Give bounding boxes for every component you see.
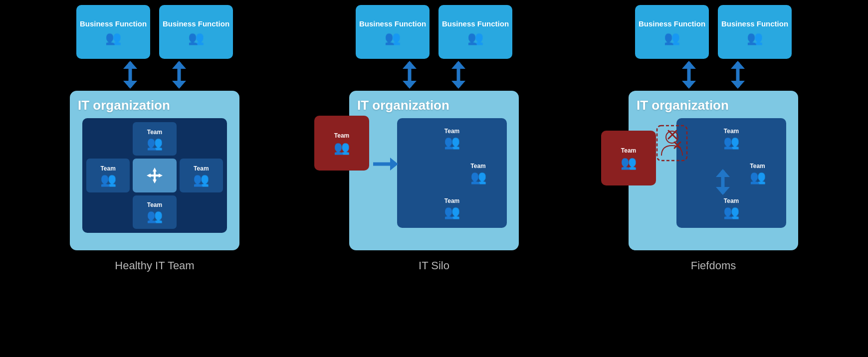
fiefdoms-arrow-container (713, 168, 732, 198)
svg-marker-24 (682, 81, 696, 89)
arrows-healthy (121, 60, 189, 90)
people-team-bottom: 👥 (147, 209, 163, 222)
cell-empty-3 (86, 195, 130, 229)
people-fiefdoms-right: 👥 (750, 171, 766, 183)
bf-row-silo: Business Function 👥 Business Function 👥 (356, 5, 512, 59)
people-silo-ext: 👥 (334, 141, 350, 154)
arrow-svg-fiefdoms-1 (679, 60, 698, 90)
it-org-title-fiefdoms: IT organization (637, 98, 729, 113)
bf-box-silo-1: Business Function 👥 (356, 5, 430, 59)
fiefdoms-arrow-right (713, 168, 732, 196)
silo-team-top-label: Team (444, 128, 459, 135)
fiefdoms-barrier-svg (654, 123, 689, 163)
svg-marker-35 (716, 169, 730, 177)
fiefdoms-team-top: Team 👥 (680, 122, 782, 154)
bf-label-silo-1: Business Function (359, 19, 426, 28)
fiefdoms-external-team: Team 👥 (601, 131, 656, 185)
team-label-bottom: Team (147, 201, 162, 208)
bf-label-fiefdoms-1: Business Function (639, 19, 705, 28)
people-icon-fiefdoms-1: 👥 (664, 31, 680, 44)
svg-marker-27 (731, 81, 745, 89)
people-icon-silo-2: 👥 (467, 31, 483, 44)
team-label-top: Team (147, 129, 162, 136)
arrow-svg-fiefdoms-2 (728, 60, 747, 90)
it-org-title-healthy: IT organization (78, 98, 170, 113)
people-icon-2: 👥 (188, 31, 204, 44)
cell-move-center (133, 159, 176, 192)
people-icon-fiefdoms-2: 👥 (747, 31, 763, 44)
silo-ext-team-label: Team (334, 132, 349, 139)
arrow-silo-2 (449, 60, 468, 90)
arrow-svg-2 (170, 60, 189, 90)
people-icon-silo-1: 👥 (385, 31, 401, 44)
svg-marker-18 (451, 61, 465, 69)
team-label-right: Team (194, 165, 209, 172)
fiefdoms-x-marks (654, 123, 689, 163)
people-fiefdoms-top: 👥 (723, 136, 739, 149)
svg-marker-26 (731, 61, 745, 69)
arrows-silo (400, 60, 468, 90)
svg-marker-7 (172, 81, 186, 89)
bf-row-healthy: Business Function 👥 Business Function 👥 (76, 5, 233, 59)
it-org-silo: IT organization Team 👥 Team 👥 (349, 91, 519, 250)
fiefdoms-team-right: Team 👥 (733, 157, 782, 189)
page-container: Business Function 👥 Business Function 👥 (0, 0, 868, 357)
svg-marker-16 (403, 81, 417, 89)
people-team-top: 👥 (147, 137, 163, 150)
cell-team-bottom: Team 👥 (133, 195, 176, 229)
diagram-fiefdoms: Business Function 👥 Business Function 👥 (584, 5, 843, 272)
people-icon-1: 👥 (105, 31, 121, 44)
people-fiefdoms-bottom: 👥 (723, 205, 739, 218)
healthy-cluster: Team 👥 Team 👥 (82, 118, 227, 233)
svg-marker-21 (390, 158, 398, 171)
fiefdoms-team-top-label: Team (724, 128, 739, 135)
svg-marker-4 (123, 81, 137, 89)
svg-marker-23 (682, 61, 696, 69)
people-silo-bottom: 👥 (444, 205, 460, 218)
svg-marker-19 (451, 81, 465, 89)
silo-teams-cluster: Team 👥 Team 👥 Team 👥 (397, 118, 507, 228)
bf-label-2: Business Function (163, 19, 229, 28)
silo-external-team: Team 👥 (314, 116, 369, 171)
people-silo-top: 👥 (444, 136, 460, 149)
bf-box-fiefdoms-2: Business Function 👥 (718, 5, 792, 59)
svg-marker-36 (716, 187, 730, 195)
bf-label-1: Business Function (80, 19, 147, 28)
arrow-fiefdoms-1 (679, 60, 698, 90)
caption-fiefdoms: Fiefdoms (691, 259, 736, 272)
silo-team-top: Team 👥 (401, 122, 503, 154)
it-org-title-silo: IT organization (357, 98, 449, 113)
diagram-healthy: Business Function 👥 Business Function 👥 (25, 5, 284, 272)
bf-row-fiefdoms: Business Function 👥 Business Function 👥 (635, 5, 792, 59)
arrows-fiefdoms (679, 60, 747, 90)
fiefdoms-team-right-label: Team (750, 163, 765, 170)
diagram-silo: Business Function 👥 Business Function 👥 (304, 5, 564, 272)
arrow-silo-1 (400, 60, 419, 90)
silo-team-bottom: Team 👥 (401, 192, 503, 224)
silo-team-bottom-label: Team (444, 197, 459, 204)
bf-box-silo-2: Business Function 👥 (438, 5, 512, 59)
fiefdoms-ext-team-label: Team (621, 147, 636, 154)
team-label-left: Team (100, 165, 115, 172)
silo-cluster-container: Team 👥 Team 👥 Team 👥 (397, 118, 507, 228)
it-org-fiefdoms: IT organization Team 👥 (629, 91, 798, 250)
silo-arrow-container (371, 155, 399, 176)
people-fiefdoms-ext: 👥 (621, 156, 637, 169)
move-icon (146, 167, 164, 184)
arrow-svg-silo-2 (449, 60, 468, 90)
arrow-svg-1 (121, 60, 140, 90)
svg-point-29 (666, 131, 678, 143)
svg-rect-13 (148, 175, 161, 177)
cell-empty-1 (86, 122, 130, 156)
cell-empty-2 (180, 122, 223, 156)
it-org-healthy: IT organization Team 👥 Team 👥 (70, 91, 239, 250)
cell-team-top: Team 👥 (133, 122, 176, 156)
arrow-1 (121, 60, 140, 90)
bf-label-fiefdoms-2: Business Function (721, 19, 788, 28)
fiefdoms-team-bottom-label: Team (724, 197, 739, 204)
caption-silo: IT Silo (419, 259, 449, 272)
svg-marker-6 (172, 61, 186, 69)
silo-team-right: Team 👥 (453, 157, 503, 189)
bf-box-2: Business Function 👥 (159, 5, 233, 59)
people-team-right: 👥 (193, 173, 209, 186)
